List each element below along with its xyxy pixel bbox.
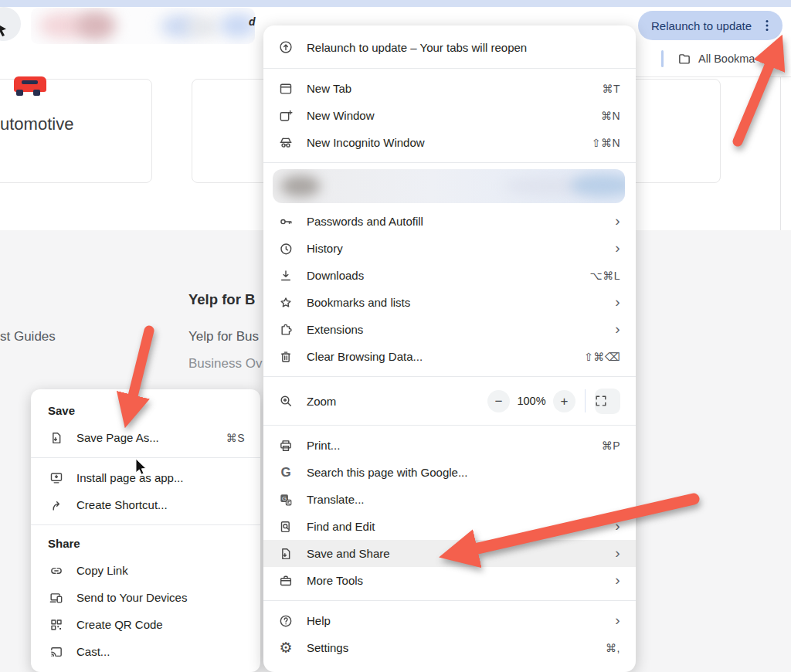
menu-item-relaunch-update[interactable]: Relaunch to update – Your tabs will reop… — [263, 32, 636, 62]
menu-item-save-and-share[interactable]: Save and Share› — [263, 540, 636, 567]
submenu-item-save-page-as[interactable]: Save Page As...⌘S — [31, 424, 260, 451]
footer-heading: Yelp for B — [188, 291, 255, 308]
footer-link-business-owner[interactable]: Business Ov — [188, 356, 262, 372]
menu-item-label: Print... — [307, 439, 602, 452]
menu-item-passwords-autofill[interactable]: Passwords and Autofill› — [263, 208, 636, 235]
menu-item-print[interactable]: Print...⌘P — [263, 432, 636, 459]
menu-item-label: Find and Edit — [307, 520, 615, 533]
menu-item-label: Send to Your Devices — [76, 591, 245, 604]
send-devices-icon — [49, 590, 64, 606]
footer-link-guides[interactable]: st Guides — [0, 329, 56, 344]
profile-card-blurred[interactable] — [273, 169, 625, 203]
menu-item-label: Save and Share — [307, 547, 615, 560]
zoom-icon — [278, 393, 294, 409]
menu-item-history[interactable]: History› — [263, 235, 636, 262]
menu-item-label: Relaunch to update – Your tabs will reop… — [307, 41, 620, 54]
folder-icon — [677, 51, 692, 66]
menu-item-extensions[interactable]: Extensions› — [263, 316, 636, 343]
menu-item-label: New Window — [307, 109, 601, 122]
menu-item-label: Bookmarks and lists — [307, 296, 615, 309]
menu-item-label: Downloads — [307, 269, 590, 282]
partial-logo-icon — [0, 25, 9, 38]
menu-item-shortcut: ⌘T — [602, 83, 620, 95]
menu-item-label: New Tab — [307, 82, 602, 95]
category-label: utomotive — [0, 114, 73, 134]
zoom-out-button[interactable]: − — [487, 390, 510, 412]
submenu-item-cast[interactable]: Cast... — [31, 638, 260, 665]
drag-indicator — [661, 50, 664, 67]
blur-blob — [280, 175, 321, 197]
menu-item-translate[interactable]: GTranslate... — [263, 486, 636, 513]
menu-item-label: Search this page with Google... — [307, 466, 620, 479]
install-app-icon — [49, 470, 64, 486]
menu-item-label: Settings — [307, 641, 606, 654]
translate-icon: G — [278, 492, 294, 507]
menu-item-find-and-edit[interactable]: Find and Edit› — [263, 513, 636, 540]
browser-tab-strip — [0, 0, 791, 7]
download-icon — [278, 268, 294, 283]
chrome-menu: Relaunch to update – Your tabs will reop… — [263, 25, 636, 672]
google-g-icon: G — [278, 465, 294, 480]
fullscreen-button[interactable] — [595, 389, 620, 414]
menu-item-label: Create Shortcut... — [76, 498, 245, 511]
menu-item-zoom: Zoom − 100% + — [263, 383, 636, 419]
find-icon — [278, 519, 294, 535]
menu-item-more-tools[interactable]: More Tools› — [263, 567, 636, 594]
chip-label: Relaunch to update — [651, 19, 759, 32]
menu-item-search-with-google[interactable]: GSearch this page with Google... — [263, 459, 636, 486]
menu-item-label: Create QR Code — [76, 618, 245, 631]
menu-item-downloads[interactable]: Downloads⌥⌘L — [263, 262, 636, 289]
menu-item-new-tab[interactable]: New Tab⌘T — [263, 75, 636, 102]
footer-link-yelp-for-business[interactable]: Yelp for Bus — [188, 329, 259, 344]
submenu-chevron-icon: › — [615, 294, 620, 309]
submenu-chevron-icon: › — [615, 213, 620, 228]
menu-separator — [263, 425, 636, 426]
menu-item-settings[interactable]: ⚙Settings⌘, — [263, 634, 636, 661]
menu-item-label: Cast... — [76, 645, 245, 658]
divider — [585, 389, 586, 412]
menu-item-label: Help — [307, 614, 615, 627]
extensions-icon — [278, 322, 294, 338]
menu-item-shortcut: ⇧⌘⌫ — [584, 351, 620, 363]
blur-blob — [76, 11, 116, 40]
submenu-item-create-shortcut[interactable]: Create Shortcut... — [31, 491, 260, 518]
menu-item-help[interactable]: Help› — [263, 607, 636, 634]
all-bookmarks-button[interactable]: All Bookma — [698, 53, 755, 65]
menu-item-bookmarks-lists[interactable]: Bookmarks and lists› — [263, 289, 636, 316]
menu-item-shortcut: ⌥⌘L — [590, 270, 620, 282]
menu-item-shortcut: ⌘N — [601, 110, 620, 122]
submenu-chevron-icon: › — [615, 240, 620, 255]
kebab-menu-icon[interactable] — [759, 18, 775, 33]
submenu-header-share: Share — [31, 531, 260, 557]
help-icon — [278, 613, 294, 629]
menu-item-new-window[interactable]: New Window⌘N — [263, 102, 636, 129]
menu-separator — [263, 376, 636, 377]
menu-item-clear-browsing-data[interactable]: Clear Browsing Data...⇧⌘⌫ — [263, 343, 636, 370]
create-shortcut-icon — [49, 497, 64, 513]
cast-icon — [49, 644, 64, 660]
more-tools-icon — [278, 573, 294, 589]
bookmarks-bar: All Bookma — [633, 40, 791, 77]
address-fragment: d — [249, 15, 256, 28]
submenu-header-save: Save — [31, 399, 260, 424]
car-icon — [14, 76, 46, 92]
menu-item-label: Translate... — [307, 493, 620, 506]
menu-separator — [263, 600, 636, 601]
submenu-item-copy-link[interactable]: Copy Link — [31, 557, 260, 584]
new-window-icon — [278, 108, 294, 124]
menu-item-new-incognito-window[interactable]: New Incognito Window⇧⌘N — [263, 129, 636, 156]
submenu-item-send-to-your-devices[interactable]: Send to Your Devices — [31, 584, 260, 611]
relaunch-update-chip[interactable]: Relaunch to update — [638, 11, 783, 40]
submenu-chevron-icon: › — [615, 321, 620, 336]
zoom-in-button[interactable]: + — [553, 390, 575, 412]
print-icon — [278, 438, 294, 453]
menu-item-label: Install page as app... — [76, 471, 245, 484]
trash-icon — [278, 349, 294, 365]
menu-item-label: Extensions — [307, 323, 615, 336]
incognito-icon — [278, 135, 294, 151]
submenu-item-create-qr-code[interactable]: Create QR Code — [31, 611, 260, 638]
submenu-item-install-page-as-app[interactable]: Install page as app... — [31, 464, 260, 491]
update-icon — [278, 39, 294, 55]
star-icon — [278, 295, 294, 311]
history-icon — [278, 241, 294, 256]
